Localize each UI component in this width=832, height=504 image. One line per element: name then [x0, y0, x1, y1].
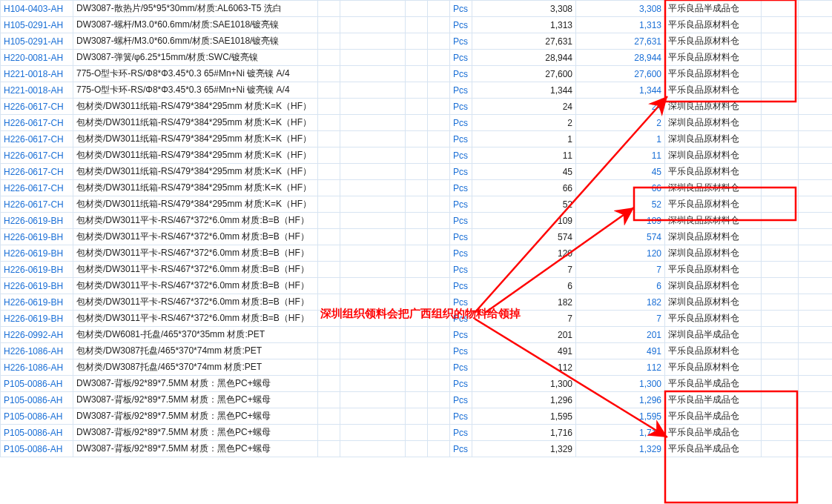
qty-2[interactable]: 66 — [576, 180, 665, 196]
unit-cell[interactable]: Pcs — [450, 425, 472, 441]
item-code[interactable]: P105-0086-AH — [1, 425, 73, 441]
qty-2[interactable]: 120 — [576, 245, 665, 262]
qty-2[interactable]: 574 — [576, 229, 665, 245]
unit-cell[interactable]: Pcs — [450, 392, 472, 408]
item-code[interactable]: H226-1086-AH — [1, 343, 73, 359]
unit-cell[interactable]: Pcs — [450, 196, 472, 213]
item-code[interactable]: H226-0617-CH — [1, 115, 73, 131]
table-row[interactable]: H105-0291-AHDW3087-螺杆/M3.0*60.6mm/材质:SAE… — [1, 17, 833, 33]
unit-cell[interactable]: Pcs — [450, 229, 472, 245]
table-row[interactable]: H105-0291-AHDW3087-螺杆/M3.0*60.6mm/材质:SAE… — [1, 33, 833, 50]
unit-cell[interactable]: Pcs — [450, 294, 472, 311]
qty-2[interactable]: 1,296 — [576, 392, 665, 408]
unit-cell[interactable]: Pcs — [450, 66, 472, 82]
unit-cell[interactable]: Pcs — [450, 408, 472, 425]
data-grid[interactable]: H104-0403-AHDW3087-散热片/95*95*30mm/材质:AL6… — [0, 0, 832, 457]
qty-2[interactable]: 201 — [576, 327, 665, 343]
unit-cell[interactable]: Pcs — [450, 164, 472, 180]
unit-cell[interactable]: Pcs — [450, 180, 472, 196]
qty-2[interactable]: 112 — [576, 359, 665, 376]
table-row[interactable]: H226-1086-AH包材类/DW3087托盘/465*370*74mm 材质… — [1, 343, 833, 359]
item-code[interactable]: H226-1086-AH — [1, 359, 73, 376]
unit-cell[interactable]: Pcs — [450, 1, 472, 17]
qty-2[interactable]: 1,716 — [576, 425, 665, 441]
unit-cell[interactable]: Pcs — [450, 359, 472, 376]
table-row[interactable]: H221-0018-AH775-O型卡环-RS/Φ8*Φ3.45*0.3 65#… — [1, 82, 833, 99]
unit-cell[interactable]: Pcs — [450, 147, 472, 164]
table-row[interactable]: H226-0617-CH包材类/DW3011纸箱-RS/479*384*295m… — [1, 147, 833, 164]
table-row[interactable]: H226-0617-CH包材类/DW3011纸箱-RS/479*384*295m… — [1, 164, 833, 180]
unit-cell[interactable]: Pcs — [450, 311, 472, 327]
table-row[interactable]: H226-0617-CH包材类/DW3011纸箱-RS/479*384*295m… — [1, 99, 833, 115]
unit-cell[interactable]: Pcs — [450, 33, 472, 50]
table-row[interactable]: H226-0619-BH包材类/DW3011平卡-RS/467*372*6.0m… — [1, 294, 833, 311]
table-row[interactable]: P105-0086-AHDW3087-背板/92*89*7.5MM 材质：黑色P… — [1, 376, 833, 392]
item-code[interactable]: P105-0086-AH — [1, 392, 73, 408]
unit-cell[interactable]: Pcs — [450, 245, 472, 262]
item-code[interactable]: H226-0617-CH — [1, 164, 73, 180]
qty-2[interactable]: 1 — [576, 131, 665, 147]
qty-2[interactable]: 6 — [576, 278, 665, 294]
unit-cell[interactable]: Pcs — [450, 278, 472, 294]
unit-cell[interactable]: Pcs — [450, 131, 472, 147]
unit-cell[interactable]: Pcs — [450, 213, 472, 229]
qty-2[interactable]: 11 — [576, 147, 665, 164]
table-row[interactable]: H226-0619-BH包材类/DW3011平卡-RS/467*372*6.0m… — [1, 213, 833, 229]
item-code[interactable]: H226-0992-AH — [1, 327, 73, 343]
table-row[interactable]: H226-0619-BH包材类/DW3011平卡-RS/467*372*6.0m… — [1, 311, 833, 327]
item-code[interactable]: H226-0619-BH — [1, 294, 73, 311]
qty-2[interactable]: 45 — [576, 164, 665, 180]
table-row[interactable]: H226-0619-BH包材类/DW3011平卡-RS/467*372*6.0m… — [1, 278, 833, 294]
unit-cell[interactable]: Pcs — [450, 376, 472, 392]
item-code[interactable]: H221-0018-AH — [1, 66, 73, 82]
table-row[interactable]: H104-0403-AHDW3087-散热片/95*95*30mm/材质:AL6… — [1, 1, 833, 17]
item-code[interactable]: H105-0291-AH — [1, 33, 73, 50]
table-row[interactable]: P105-0086-AHDW3087-背板/92*89*7.5MM 材质：黑色P… — [1, 425, 833, 441]
qty-2[interactable]: 1,595 — [576, 408, 665, 425]
item-code[interactable]: H226-0619-BH — [1, 245, 73, 262]
table-row[interactable]: P105-0086-AHDW3087-背板/92*89*7.5MM 材质：黑色P… — [1, 408, 833, 425]
qty-2[interactable]: 1,344 — [576, 82, 665, 99]
qty-2[interactable]: 182 — [576, 294, 665, 311]
item-code[interactable]: H226-0617-CH — [1, 196, 73, 213]
item-code[interactable]: P105-0086-AH — [1, 441, 73, 457]
item-code[interactable]: H226-0619-BH — [1, 311, 73, 327]
qty-2[interactable]: 7 — [576, 262, 665, 278]
unit-cell[interactable]: Pcs — [450, 115, 472, 131]
table-row[interactable]: P105-0086-AHDW3087-背板/92*89*7.5MM 材质：黑色P… — [1, 392, 833, 408]
qty-2[interactable]: 52 — [576, 196, 665, 213]
qty-2[interactable]: 1,313 — [576, 17, 665, 33]
qty-2[interactable]: 1,300 — [576, 376, 665, 392]
table-row[interactable]: H221-0018-AH775-O型卡环-RS/Φ8*Φ3.45*0.3 65#… — [1, 66, 833, 82]
table-row[interactable]: H226-0617-CH包材类/DW3011纸箱-RS/479*384*295m… — [1, 131, 833, 147]
qty-2[interactable]: 2 — [576, 115, 665, 131]
item-code[interactable]: H226-0617-CH — [1, 180, 73, 196]
item-code[interactable]: H221-0018-AH — [1, 82, 73, 99]
unit-cell[interactable]: Pcs — [450, 343, 472, 359]
table-row[interactable]: H220-0081-AHDW3087-弹簧/φ6.25*15mm/材质:SWC/… — [1, 50, 833, 66]
item-code[interactable]: P105-0086-AH — [1, 376, 73, 392]
item-code[interactable]: H226-0617-CH — [1, 131, 73, 147]
qty-2[interactable]: 491 — [576, 343, 665, 359]
unit-cell[interactable]: Pcs — [450, 82, 472, 99]
item-code[interactable]: H226-0619-BH — [1, 262, 73, 278]
item-code[interactable]: H104-0403-AH — [1, 1, 73, 17]
table-row[interactable]: H226-1086-AH包材类/DW3087托盘/465*370*74mm 材质… — [1, 359, 833, 376]
table-row[interactable]: H226-0617-CH包材类/DW3011纸箱-RS/479*384*295m… — [1, 180, 833, 196]
table-row[interactable]: H226-0619-BH包材类/DW3011平卡-RS/467*372*6.0m… — [1, 262, 833, 278]
unit-cell[interactable]: Pcs — [450, 262, 472, 278]
item-code[interactable]: H226-0617-CH — [1, 99, 73, 115]
table-row[interactable]: H226-0617-CH包材类/DW3011纸箱-RS/479*384*295m… — [1, 115, 833, 131]
table-row[interactable]: P105-0086-AHDW3087-背板/92*89*7.5MM 材质：黑色P… — [1, 441, 833, 457]
qty-2[interactable]: 1,329 — [576, 441, 665, 457]
table-row[interactable]: H226-0992-AH包材类/DW6081-托盘/465*370*35mm 材… — [1, 327, 833, 343]
unit-cell[interactable]: Pcs — [450, 327, 472, 343]
unit-cell[interactable]: Pcs — [450, 441, 472, 457]
item-code[interactable]: H226-0619-BH — [1, 213, 73, 229]
table-row[interactable]: H226-0617-CH包材类/DW3011纸箱-RS/479*384*295m… — [1, 196, 833, 213]
item-code[interactable]: H226-0617-CH — [1, 147, 73, 164]
table-row[interactable]: H226-0619-BH包材类/DW3011平卡-RS/467*372*6.0m… — [1, 229, 833, 245]
qty-2[interactable]: 28,944 — [576, 50, 665, 66]
item-code[interactable]: H105-0291-AH — [1, 17, 73, 33]
qty-2[interactable]: 109 — [576, 213, 665, 229]
